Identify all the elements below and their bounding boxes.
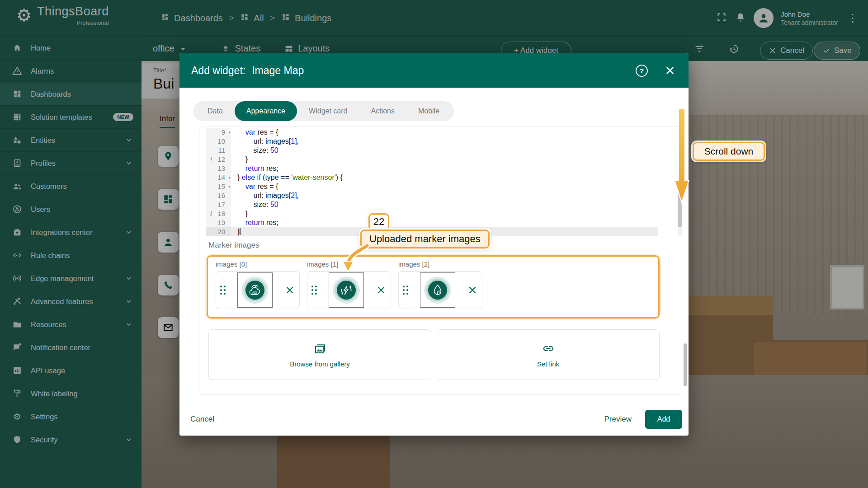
- line-number: 9▾: [206, 128, 231, 137]
- tab-actions[interactable]: Actions: [359, 101, 406, 121]
- code-line-15: 15▾ var res = {: [206, 182, 658, 191]
- line-number: 17: [206, 200, 231, 209]
- code-line-18: i18 }: [206, 209, 658, 218]
- gallery-icon: [313, 342, 327, 356]
- fold-caret-icon: ▾: [228, 128, 231, 137]
- code-line-16: 16 url: images[2],: [206, 191, 658, 200]
- tab-appearance[interactable]: Appearance: [235, 101, 297, 121]
- line-number: i12: [206, 155, 231, 164]
- line-number: 15▾: [206, 182, 231, 191]
- preview-button[interactable]: Preview: [604, 415, 632, 424]
- scroll-down-hint: Scroll down: [693, 142, 765, 161]
- marker-images-label: Marker images: [208, 241, 259, 250]
- svg-text:AQI: AQI: [252, 291, 257, 295]
- line-number: 10: [206, 137, 231, 146]
- marker-image-function-editor[interactable]: 9▾ var res = {10 url: images[1],11 size:…: [206, 128, 658, 236]
- marker-image-card: AQI: [216, 271, 300, 309]
- line-number: 19: [206, 218, 231, 227]
- code-line-12: i12 }: [206, 155, 658, 164]
- fold-caret-icon: ▾: [228, 182, 231, 191]
- water-sensor-marker-icon[interactable]: [420, 272, 455, 308]
- marker-image-label: images [2]: [398, 260, 482, 268]
- code-line-17: 17 size: 50: [206, 200, 658, 209]
- code-line-14: 14▾} else if (type == 'water-sensor') {: [206, 173, 658, 182]
- line-number: 20: [206, 227, 231, 236]
- close-icon[interactable]: [664, 65, 676, 76]
- link-icon: [542, 342, 555, 356]
- aqi-sensor-marker-icon[interactable]: AQI: [237, 272, 273, 308]
- line-number: 16: [206, 191, 231, 200]
- tutorial-step-badge: 22: [368, 213, 389, 230]
- marker-image-label: images [0]: [216, 260, 300, 268]
- line-number: i18: [206, 209, 231, 218]
- code-line-13: 13 return res;: [206, 164, 658, 173]
- remove-image-icon[interactable]: [284, 285, 295, 296]
- browse-from-gallery-button[interactable]: Browse from gallery: [208, 329, 431, 380]
- add-button[interactable]: Add: [645, 410, 682, 429]
- line-number: 13: [206, 164, 231, 173]
- cancel-button[interactable]: Cancel: [190, 415, 214, 424]
- drag-handle-icon[interactable]: [311, 286, 317, 295]
- dialog-scrollbar[interactable]: [684, 343, 687, 386]
- remove-image-icon[interactable]: [376, 285, 387, 296]
- drag-handle-icon[interactable]: [403, 286, 408, 295]
- code-line-10: 10 url: images[1],: [206, 137, 658, 146]
- appearance-settings-panel: 9▾ var res = {10 url: images[1],11 size:…: [199, 127, 682, 395]
- code-line-9: 9▾ var res = {: [206, 128, 658, 137]
- tab-mobile[interactable]: Mobile: [406, 101, 451, 121]
- dialog-footer: Cancel Preview Add: [190, 409, 682, 429]
- marker-image-item: images [2]: [398, 260, 482, 309]
- dialog-title: Add widget:Image Map: [191, 65, 304, 77]
- dialog-tabs: DataAppearanceWidget cardActionsMobile: [193, 101, 454, 121]
- marker-image-card: [307, 271, 391, 309]
- info-marker-icon: i: [210, 155, 212, 164]
- tab-data[interactable]: Data: [196, 101, 235, 121]
- help-icon[interactable]: ?: [636, 65, 648, 77]
- code-line-19: 19 return res;: [206, 218, 658, 227]
- code-line-11: 11 size: 50: [206, 146, 658, 155]
- dialog-header: Add widget:Image Map ?: [179, 53, 689, 88]
- tutorial-curved-arrow: [338, 244, 374, 276]
- screen: ⚙ ThingsBoard Professional Dashboards>Al…: [0, 0, 868, 488]
- marker-images-list: images [0]AQIimages [1]images [2]: [207, 255, 660, 319]
- text-cursor: [240, 228, 241, 235]
- info-marker-icon: i: [210, 209, 212, 218]
- remove-image-icon[interactable]: [467, 285, 478, 296]
- energy-sensor-marker-icon[interactable]: [329, 272, 364, 308]
- line-number: 11: [206, 146, 231, 155]
- widget-type-name: Image Map: [252, 65, 304, 76]
- tab-widget-card[interactable]: Widget card: [297, 101, 359, 121]
- tutorial-tooltip: Uploaded marker images: [360, 230, 490, 249]
- scroll-down-arrow: [673, 108, 691, 205]
- marker-image-item: images [0]AQI: [216, 260, 300, 309]
- fold-caret-icon: ▾: [228, 173, 231, 182]
- line-number: 14▾: [206, 173, 231, 182]
- drag-handle-icon[interactable]: [220, 286, 226, 295]
- marker-image-card: [398, 271, 482, 309]
- set-link-button[interactable]: Set link: [437, 329, 660, 380]
